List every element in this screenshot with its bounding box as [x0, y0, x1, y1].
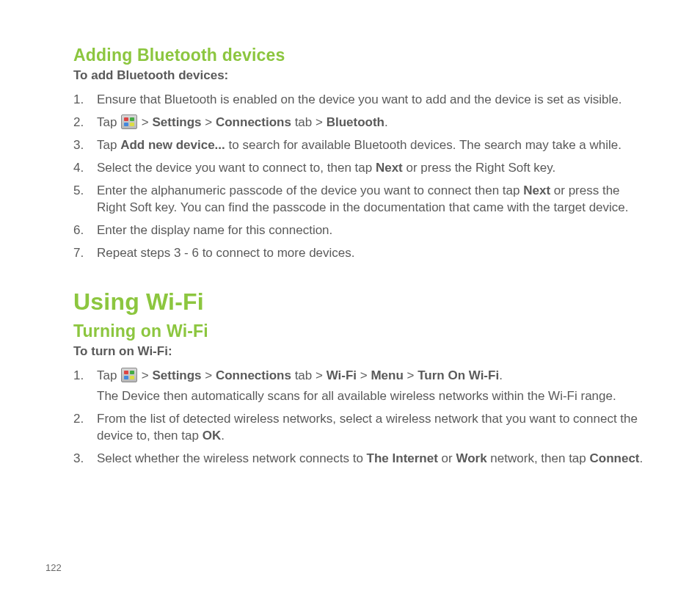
step-text: >	[138, 115, 152, 129]
step-item: From the list of detected wireless netwo…	[73, 411, 647, 445]
step-text: Repeat steps 3 - 6 to connect to more de…	[97, 246, 355, 260]
intro-bluetooth: To add Bluetooth devices:	[73, 68, 647, 83]
step-text: The Device then automatically scans for …	[97, 389, 616, 403]
bold-text: OK	[203, 429, 222, 443]
step-text: >	[202, 115, 216, 129]
step-item: Enter the alphanumeric passcode of the d…	[73, 183, 647, 217]
step-text: Select whether the wireless network conn…	[97, 451, 367, 465]
step-item: Repeat steps 3 - 6 to connect to more de…	[73, 245, 647, 262]
bold-text: Connections	[216, 368, 291, 382]
bold-text: Wi-Fi	[327, 368, 357, 382]
page-number: 122	[45, 562, 62, 573]
step-item: Select whether the wireless network conn…	[73, 451, 647, 467]
section-heading-bluetooth: Adding Bluetooth devices	[73, 46, 647, 65]
bold-text: Add new device...	[120, 138, 225, 152]
step-item: Tap Add new device... to search for avai…	[73, 137, 647, 154]
bold-text: Menu	[371, 368, 403, 382]
bold-text: Connections	[216, 115, 291, 129]
step-text: .	[384, 115, 388, 129]
step-text: From the list of detected wireless netwo…	[97, 412, 638, 443]
intro-wifi: To turn on Wi-Fi:	[73, 344, 647, 359]
step-text: Tap	[97, 368, 120, 382]
manual-page: Adding Bluetooth devices To add Bluetoot…	[0, 0, 700, 467]
bold-text: Turn On Wi-Fi	[418, 368, 499, 382]
steps-wifi: Tap > Settings > Connections tab > Wi-Fi…	[73, 368, 647, 468]
step-item: Tap > Settings > Connections tab > Bluet…	[73, 114, 647, 131]
bold-text: Settings	[153, 115, 202, 129]
step-text: to search for available Bluetooth device…	[225, 138, 621, 152]
step-item: Select the device you want to connect to…	[73, 160, 647, 177]
section-title-wifi: Using Wi-Fi	[73, 288, 647, 316]
step-text: tab >	[291, 368, 327, 382]
bold-text: Work	[456, 451, 486, 465]
step-text: network, then tap	[487, 451, 590, 465]
step-text: tab >	[291, 115, 327, 129]
step-text: .	[499, 368, 503, 382]
bold-text: Settings	[153, 368, 202, 382]
step-text: Tap	[97, 138, 120, 152]
step-text: >	[357, 368, 371, 382]
steps-bluetooth: Ensure that Bluetooth is enabled on the …	[73, 92, 647, 262]
step-item: Enter the display name for this connecti…	[73, 222, 647, 239]
step-text: or press the Right Soft key.	[403, 161, 556, 175]
start-icon	[121, 368, 137, 382]
start-icon	[121, 114, 137, 129]
bold-text: Next	[376, 161, 403, 175]
step-text: >	[138, 368, 152, 382]
bold-text: The Internet	[367, 451, 438, 465]
step-text: Enter the display name for this connecti…	[97, 223, 332, 237]
step-text: >	[202, 368, 216, 382]
bold-text: Connect	[590, 451, 640, 465]
step-text: >	[404, 368, 418, 382]
step-text: Tap	[97, 115, 120, 129]
step-text: or	[438, 451, 456, 465]
step-text: .	[221, 429, 225, 443]
step-text: Select the device you want to connect to…	[97, 161, 376, 175]
step-text: Ensure that Bluetooth is enabled on the …	[97, 92, 621, 106]
step-item: Tap > Settings > Connections tab > Wi-Fi…	[73, 368, 647, 406]
bold-text: Bluetooth	[327, 115, 384, 129]
section-heading-wifi-on: Turning on Wi-Fi	[73, 321, 647, 341]
step-text: .	[640, 451, 644, 465]
step-text: Enter the alphanumeric passcode of the d…	[97, 183, 523, 197]
step-item: Ensure that Bluetooth is enabled on the …	[73, 92, 647, 109]
bold-text: Next	[523, 183, 550, 197]
